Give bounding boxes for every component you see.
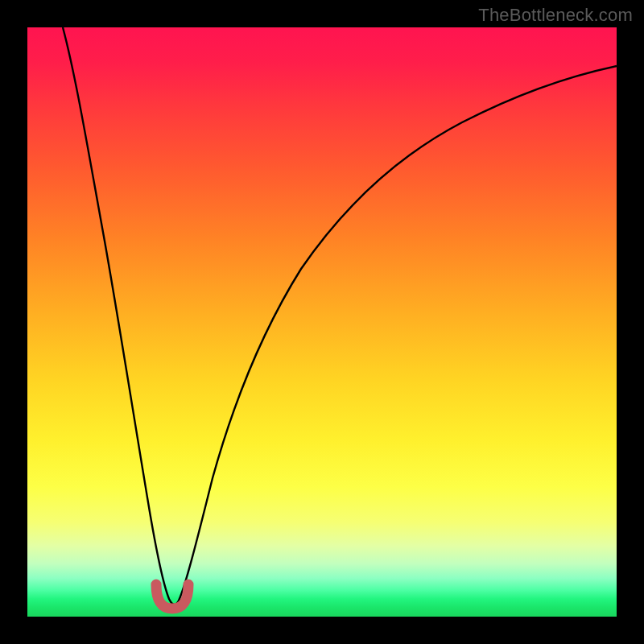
curve-layer [27,27,617,617]
chart-frame: TheBottleneck.com [0,0,644,644]
trough-marker [156,584,188,609]
plot-area [27,27,617,617]
watermark-label: TheBottleneck.com [478,5,633,26]
bottleneck-curve [63,27,617,605]
